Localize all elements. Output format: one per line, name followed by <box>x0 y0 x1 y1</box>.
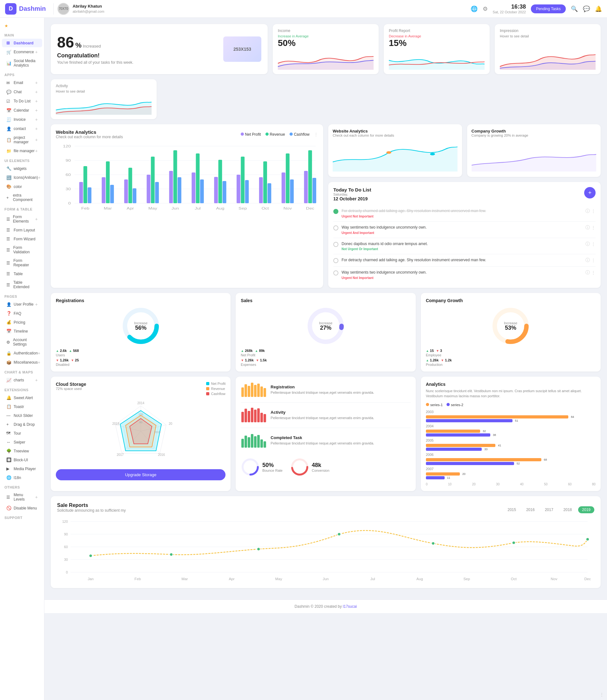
sidebar-plus-icon[interactable]: + <box>38 360 40 365</box>
todo-checkbox-1[interactable] <box>333 209 338 214</box>
sidebar-item-block-ui[interactable]: 🔲 Block-UI <box>2 455 42 464</box>
sidebar-plus-icon[interactable]: + <box>35 302 38 307</box>
sidebar-item-extra-component[interactable]: + extra Component <box>2 191 42 204</box>
sidebar-item-media-player[interactable]: ▶ Media Player <box>2 464 42 473</box>
pending-tasks-button[interactable]: Pending Tasks <box>531 4 566 13</box>
todo-checkbox-4[interactable] <box>333 258 338 263</box>
sidebar-icon: + <box>6 422 12 427</box>
todo-checkbox-2[interactable] <box>333 226 338 231</box>
year-tab-2017[interactable]: 2017 <box>541 506 557 513</box>
todo-info-4[interactable]: ⓘ <box>585 257 590 263</box>
todo-more-2[interactable]: ⋮ <box>591 225 595 230</box>
sidebar-item-ecommerce[interactable]: 🛒 Ecommerce + <box>2 47 42 57</box>
sidebar-item-toastr[interactable]: 📋 Toastr <box>2 402 42 411</box>
sidebar-plus-icon[interactable]: + <box>35 216 38 221</box>
sidebar-plus-icon[interactable]: + <box>35 137 38 142</box>
sidebar-item-dashboard[interactable]: ⊞ Dashboard <box>2 39 42 47</box>
footer-link[interactable]: l17sucai <box>343 604 357 609</box>
sidebar-plus-icon[interactable]: + <box>35 126 38 131</box>
sidebar-plus-icon[interactable]: + <box>35 89 38 94</box>
analytics-title: Website Analytics <box>56 129 123 135</box>
sidebar-plus-icon[interactable]: + <box>35 148 38 153</box>
sidebar-plus-icon[interactable]: + <box>35 117 38 122</box>
cg-small-menu[interactable]: ⋮ <box>600 692 604 697</box>
sidebar-item-invoice[interactable]: 🧾 Invoice + <box>2 115 42 124</box>
todo-checkbox-5[interactable] <box>333 271 338 276</box>
sidebar-item-chat[interactable]: 💬 Chat + <box>2 87 42 97</box>
sidebar-item-table[interactable]: ☰ Table <box>2 270 42 278</box>
sidebar-plus-icon[interactable]: + <box>35 99 38 104</box>
sidebar-item-widgets[interactable]: 🔧 widgets <box>2 164 42 173</box>
sidebar-item-i18n[interactable]: 🌐 I18n <box>2 473 42 482</box>
sidebar-plus-icon[interactable]: + <box>35 80 38 85</box>
sidebar-item-sweet-alert[interactable]: 🔔 Sweet Alert <box>2 394 42 402</box>
bottom-row: Cloud Storage 72% space used Net Profit … <box>51 377 601 491</box>
todo-more-1[interactable]: ⋮ <box>591 209 595 214</box>
sidebar-item-left: ⚙ Account Settings <box>6 338 38 346</box>
todo-more-3[interactable]: ⋮ <box>591 241 595 247</box>
sidebar-item-file-manager[interactable]: 📁 file manager + <box>2 146 42 155</box>
sidebar-item-email[interactable]: ✉ Email + <box>2 78 42 87</box>
sidebar-item-faq[interactable]: ❓ FAQ <box>2 309 42 318</box>
sidebar-plus-icon[interactable]: + <box>35 108 38 113</box>
svg-text:Feb: Feb <box>81 207 89 210</box>
sidebar-item-noui-slider[interactable]: — NoUi Slider <box>2 411 42 420</box>
todo-checkbox-3[interactable] <box>333 242 338 247</box>
sidebar-item-treeview[interactable]: 🌳 Treeview <box>2 447 42 455</box>
sidebar-item-form-layout[interactable]: ☰ Form Layout <box>2 226 42 234</box>
upgrade-storage-button[interactable]: Upgrade Storage <box>56 469 226 480</box>
sidebar-item-form-repeater[interactable]: ☰ Form Repeater <box>2 256 42 269</box>
sidebar-plus-icon[interactable]: + <box>35 378 38 383</box>
year-tab-2015[interactable]: 2015 <box>504 506 520 513</box>
sidebar-item-calendar[interactable]: 📅 Calendar + <box>2 106 42 115</box>
sidebar-item-user-profile[interactable]: 👤 User Profile + <box>2 300 42 309</box>
chat-icon[interactable]: 💬 <box>583 5 590 13</box>
sidebar-item-project-manager[interactable]: 📋 project manager + <box>2 133 42 146</box>
impression-sub: Hover to see detail <box>500 34 595 38</box>
sidebar-item-account-settings[interactable]: ⚙ Account Settings <box>2 336 42 348</box>
year-tab-2018[interactable]: 2018 <box>560 506 576 513</box>
sidebar-item-menu-levels[interactable]: ☰ Menu Levels + <box>2 491 42 504</box>
svg-text:60: 60 <box>66 173 71 176</box>
sidebar-plus-icon[interactable]: + <box>35 49 38 55</box>
sidebar-plus-icon[interactable]: + <box>38 351 40 356</box>
todo-info-2[interactable]: ⓘ <box>585 225 590 231</box>
todo-add-button[interactable]: + <box>584 187 595 198</box>
globe-icon[interactable]: 🌐 <box>470 5 478 13</box>
todo-more-5[interactable]: ⋮ <box>591 270 595 275</box>
svg-rect-34 <box>259 177 263 203</box>
sidebar-plus-icon[interactable]: + <box>35 494 38 500</box>
svg-rect-25 <box>192 172 195 203</box>
sidebar-item-disable-menu[interactable]: 🚫 Disable Menu <box>2 504 42 512</box>
todo-info-1[interactable]: ⓘ <box>585 208 590 214</box>
year-tab-2019[interactable]: 2019 <box>578 506 594 513</box>
sidebar-plus-icon[interactable]: + <box>38 175 41 180</box>
analytics-menu-icon[interactable]: ⋮ <box>314 132 318 136</box>
sidebar-item-authentication[interactable]: 🔒 Authentication + <box>2 349 42 358</box>
sidebar-item-swiper[interactable]: ↔ Swiper <box>2 438 42 446</box>
search-icon[interactable]: 🔍 <box>571 5 578 13</box>
year-tab-2016[interactable]: 2016 <box>522 506 539 513</box>
sidebar-item-charts[interactable]: 📈 charts + <box>2 376 42 385</box>
sidebar-item-to-do-list[interactable]: ☑ To Do List + <box>2 97 42 106</box>
settings-icon[interactable]: ⚙ <box>483 5 488 13</box>
sidebar-item-timeline[interactable]: 📅 Timeline <box>2 327 42 335</box>
todo-info-5[interactable]: ⓘ <box>585 270 590 276</box>
sidebar-item-contact[interactable]: 👤 contact + <box>2 124 42 133</box>
todo-info-3[interactable]: ⓘ <box>585 241 590 247</box>
sidebar-item-color[interactable]: 🎨 color <box>2 182 42 191</box>
bell-icon[interactable]: 🔔 <box>595 5 602 13</box>
sidebar-item-tour[interactable]: 🗺 Tour <box>2 429 42 438</box>
svg-point-128 <box>337 533 341 536</box>
sidebar-item-icons(aniloan)[interactable]: 🔣 Icons(Aniloan) + <box>2 173 42 182</box>
sidebar-item-table-extended[interactable]: ☰ Table Extended <box>2 278 42 291</box>
sidebar-item-form-validation[interactable]: ☰ Form Validation <box>2 243 42 256</box>
sidebar-item-drag-&-drop[interactable]: + Drag & Drop <box>2 420 42 429</box>
sidebar-item-social-media-analytics[interactable]: 📊 Social Media Analytics <box>2 57 42 69</box>
sidebar-item-form-wizard[interactable]: ☰ Form Wizard <box>2 235 42 243</box>
sidebar-item-pricing[interactable]: 💰 Pricing <box>2 318 42 326</box>
sidebar-item-miscellaneous[interactable]: 📦 Miscellaneous + <box>2 358 42 367</box>
sidebar-item-form-elements[interactable]: ☰ Form Elements + <box>2 213 42 226</box>
svg-text:Mar: Mar <box>104 207 112 210</box>
todo-more-4[interactable]: ⋮ <box>591 258 595 263</box>
